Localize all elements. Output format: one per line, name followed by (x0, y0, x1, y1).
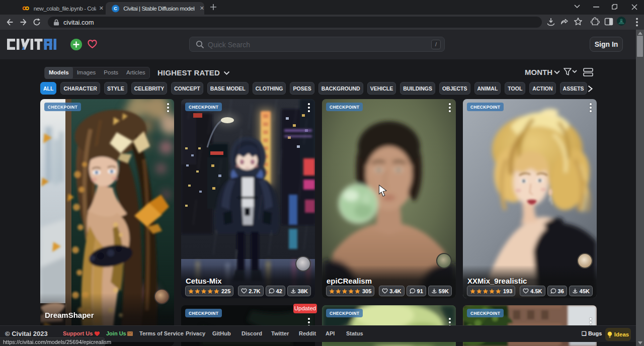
svg-text:alw: alw (620, 21, 623, 23)
svg-text:C: C (114, 6, 117, 11)
